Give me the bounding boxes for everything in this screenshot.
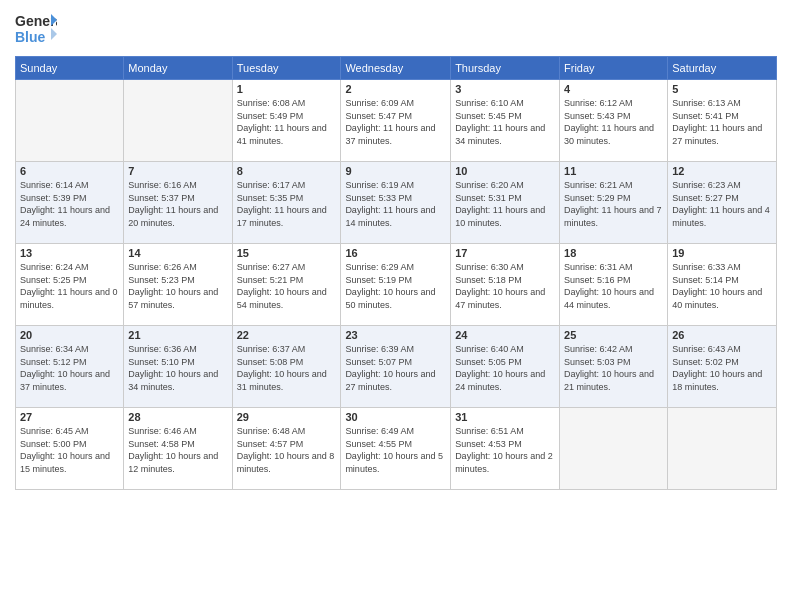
- day-info: Sunrise: 6:27 AM Sunset: 5:21 PM Dayligh…: [237, 261, 337, 311]
- weekday-header-sunday: Sunday: [16, 57, 124, 80]
- day-number: 4: [564, 83, 663, 95]
- day-number: 26: [672, 329, 772, 341]
- day-number: 23: [345, 329, 446, 341]
- day-number: 1: [237, 83, 337, 95]
- day-number: 31: [455, 411, 555, 423]
- day-cell: 23Sunrise: 6:39 AM Sunset: 5:07 PM Dayli…: [341, 326, 451, 408]
- day-info: Sunrise: 6:14 AM Sunset: 5:39 PM Dayligh…: [20, 179, 119, 229]
- day-info: Sunrise: 6:42 AM Sunset: 5:03 PM Dayligh…: [564, 343, 663, 393]
- week-row-1: 1Sunrise: 6:08 AM Sunset: 5:49 PM Daylig…: [16, 80, 777, 162]
- day-cell: 6Sunrise: 6:14 AM Sunset: 5:39 PM Daylig…: [16, 162, 124, 244]
- day-info: Sunrise: 6:21 AM Sunset: 5:29 PM Dayligh…: [564, 179, 663, 229]
- week-row-3: 13Sunrise: 6:24 AM Sunset: 5:25 PM Dayli…: [16, 244, 777, 326]
- logo-svg: General Blue: [15, 10, 57, 48]
- day-cell: 13Sunrise: 6:24 AM Sunset: 5:25 PM Dayli…: [16, 244, 124, 326]
- day-info: Sunrise: 6:17 AM Sunset: 5:35 PM Dayligh…: [237, 179, 337, 229]
- day-number: 30: [345, 411, 446, 423]
- svg-text:General: General: [15, 13, 57, 29]
- calendar: SundayMondayTuesdayWednesdayThursdayFrid…: [15, 56, 777, 490]
- day-cell: 24Sunrise: 6:40 AM Sunset: 5:05 PM Dayli…: [451, 326, 560, 408]
- day-cell: 18Sunrise: 6:31 AM Sunset: 5:16 PM Dayli…: [560, 244, 668, 326]
- svg-text:Blue: Blue: [15, 29, 46, 45]
- week-row-4: 20Sunrise: 6:34 AM Sunset: 5:12 PM Dayli…: [16, 326, 777, 408]
- day-info: Sunrise: 6:12 AM Sunset: 5:43 PM Dayligh…: [564, 97, 663, 147]
- day-cell: 21Sunrise: 6:36 AM Sunset: 5:10 PM Dayli…: [124, 326, 232, 408]
- day-cell: 31Sunrise: 6:51 AM Sunset: 4:53 PM Dayli…: [451, 408, 560, 490]
- day-number: 5: [672, 83, 772, 95]
- day-info: Sunrise: 6:20 AM Sunset: 5:31 PM Dayligh…: [455, 179, 555, 229]
- day-number: 28: [128, 411, 227, 423]
- day-number: 6: [20, 165, 119, 177]
- day-cell: 25Sunrise: 6:42 AM Sunset: 5:03 PM Dayli…: [560, 326, 668, 408]
- day-info: Sunrise: 6:34 AM Sunset: 5:12 PM Dayligh…: [20, 343, 119, 393]
- day-number: 10: [455, 165, 555, 177]
- weekday-header-thursday: Thursday: [451, 57, 560, 80]
- day-number: 15: [237, 247, 337, 259]
- weekday-header-row: SundayMondayTuesdayWednesdayThursdayFrid…: [16, 57, 777, 80]
- day-info: Sunrise: 6:51 AM Sunset: 4:53 PM Dayligh…: [455, 425, 555, 475]
- day-number: 11: [564, 165, 663, 177]
- day-number: 29: [237, 411, 337, 423]
- day-info: Sunrise: 6:49 AM Sunset: 4:55 PM Dayligh…: [345, 425, 446, 475]
- day-info: Sunrise: 6:46 AM Sunset: 4:58 PM Dayligh…: [128, 425, 227, 475]
- day-number: 3: [455, 83, 555, 95]
- day-info: Sunrise: 6:08 AM Sunset: 5:49 PM Dayligh…: [237, 97, 337, 147]
- week-row-2: 6Sunrise: 6:14 AM Sunset: 5:39 PM Daylig…: [16, 162, 777, 244]
- day-info: Sunrise: 6:30 AM Sunset: 5:18 PM Dayligh…: [455, 261, 555, 311]
- day-info: Sunrise: 6:29 AM Sunset: 5:19 PM Dayligh…: [345, 261, 446, 311]
- day-number: 13: [20, 247, 119, 259]
- day-cell: [16, 80, 124, 162]
- day-cell: 14Sunrise: 6:26 AM Sunset: 5:23 PM Dayli…: [124, 244, 232, 326]
- svg-marker-3: [51, 28, 57, 40]
- day-number: 16: [345, 247, 446, 259]
- day-info: Sunrise: 6:48 AM Sunset: 4:57 PM Dayligh…: [237, 425, 337, 475]
- day-cell: 20Sunrise: 6:34 AM Sunset: 5:12 PM Dayli…: [16, 326, 124, 408]
- day-cell: 7Sunrise: 6:16 AM Sunset: 5:37 PM Daylig…: [124, 162, 232, 244]
- day-number: 9: [345, 165, 446, 177]
- day-number: 12: [672, 165, 772, 177]
- day-cell: 27Sunrise: 6:45 AM Sunset: 5:00 PM Dayli…: [16, 408, 124, 490]
- weekday-header-monday: Monday: [124, 57, 232, 80]
- day-number: 17: [455, 247, 555, 259]
- day-cell: 11Sunrise: 6:21 AM Sunset: 5:29 PM Dayli…: [560, 162, 668, 244]
- day-cell: 16Sunrise: 6:29 AM Sunset: 5:19 PM Dayli…: [341, 244, 451, 326]
- day-number: 8: [237, 165, 337, 177]
- day-cell: 5Sunrise: 6:13 AM Sunset: 5:41 PM Daylig…: [668, 80, 777, 162]
- day-cell: 8Sunrise: 6:17 AM Sunset: 5:35 PM Daylig…: [232, 162, 341, 244]
- day-cell: 2Sunrise: 6:09 AM Sunset: 5:47 PM Daylig…: [341, 80, 451, 162]
- day-cell: 9Sunrise: 6:19 AM Sunset: 5:33 PM Daylig…: [341, 162, 451, 244]
- day-cell: 1Sunrise: 6:08 AM Sunset: 5:49 PM Daylig…: [232, 80, 341, 162]
- day-info: Sunrise: 6:33 AM Sunset: 5:14 PM Dayligh…: [672, 261, 772, 311]
- day-number: 24: [455, 329, 555, 341]
- weekday-header-wednesday: Wednesday: [341, 57, 451, 80]
- day-info: Sunrise: 6:13 AM Sunset: 5:41 PM Dayligh…: [672, 97, 772, 147]
- day-info: Sunrise: 6:45 AM Sunset: 5:00 PM Dayligh…: [20, 425, 119, 475]
- weekday-header-tuesday: Tuesday: [232, 57, 341, 80]
- day-cell: 28Sunrise: 6:46 AM Sunset: 4:58 PM Dayli…: [124, 408, 232, 490]
- day-cell: 4Sunrise: 6:12 AM Sunset: 5:43 PM Daylig…: [560, 80, 668, 162]
- logo: General Blue: [15, 10, 57, 48]
- day-cell: 30Sunrise: 6:49 AM Sunset: 4:55 PM Dayli…: [341, 408, 451, 490]
- weekday-header-saturday: Saturday: [668, 57, 777, 80]
- day-info: Sunrise: 6:16 AM Sunset: 5:37 PM Dayligh…: [128, 179, 227, 229]
- day-info: Sunrise: 6:26 AM Sunset: 5:23 PM Dayligh…: [128, 261, 227, 311]
- day-number: 25: [564, 329, 663, 341]
- day-cell: [124, 80, 232, 162]
- day-cell: 12Sunrise: 6:23 AM Sunset: 5:27 PM Dayli…: [668, 162, 777, 244]
- day-info: Sunrise: 6:37 AM Sunset: 5:08 PM Dayligh…: [237, 343, 337, 393]
- day-number: 27: [20, 411, 119, 423]
- day-cell: [560, 408, 668, 490]
- day-cell: 10Sunrise: 6:20 AM Sunset: 5:31 PM Dayli…: [451, 162, 560, 244]
- day-info: Sunrise: 6:09 AM Sunset: 5:47 PM Dayligh…: [345, 97, 446, 147]
- day-cell: 19Sunrise: 6:33 AM Sunset: 5:14 PM Dayli…: [668, 244, 777, 326]
- day-cell: 15Sunrise: 6:27 AM Sunset: 5:21 PM Dayli…: [232, 244, 341, 326]
- day-info: Sunrise: 6:40 AM Sunset: 5:05 PM Dayligh…: [455, 343, 555, 393]
- day-number: 22: [237, 329, 337, 341]
- day-cell: 29Sunrise: 6:48 AM Sunset: 4:57 PM Dayli…: [232, 408, 341, 490]
- day-number: 2: [345, 83, 446, 95]
- day-cell: 3Sunrise: 6:10 AM Sunset: 5:45 PM Daylig…: [451, 80, 560, 162]
- day-number: 21: [128, 329, 227, 341]
- day-number: 18: [564, 247, 663, 259]
- header: General Blue: [15, 10, 777, 48]
- day-cell: 26Sunrise: 6:43 AM Sunset: 5:02 PM Dayli…: [668, 326, 777, 408]
